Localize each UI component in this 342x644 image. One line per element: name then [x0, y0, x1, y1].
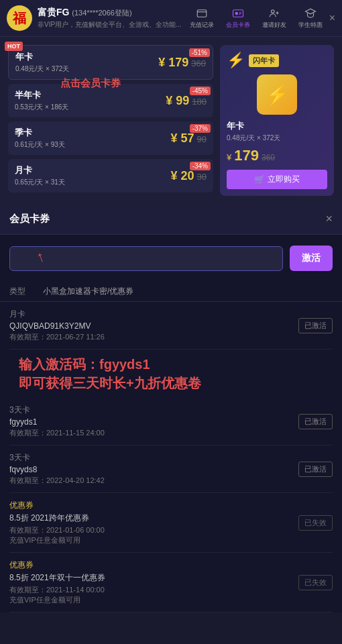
coupon-expire: 有效期至：2021-11-14 00:00: [9, 585, 298, 595]
hot-badge: HOT: [5, 42, 23, 51]
price-card-year[interactable]: HOT 年卡 0.48元/天 × 372天 ¥ 179 360 -51%: [8, 45, 213, 80]
card-sub-month: 0.65元/天 × 31天: [15, 178, 65, 187]
coupon-item: 优惠券 8.5折 2021年双十一优惠券 有效期至：2021-11-14 00:…: [9, 553, 333, 612]
user-info: 富贵FG (134****2066登陆) 非VIP用户，充值解锁全平台、全游戏、…: [38, 7, 190, 30]
member-close-button[interactable]: ×: [325, 212, 333, 226]
activate-row: 激活: [0, 235, 342, 282]
app-title: 富贵FG (134****2066登陆): [38, 7, 190, 19]
discount-month: -34%: [190, 162, 211, 170]
coupon-type-label: 3天卡: [9, 405, 298, 416]
app-logo: 福: [7, 5, 32, 31]
activate-code-input[interactable]: [9, 246, 283, 271]
discount-quarter: -37%: [190, 124, 211, 133]
svg-rect-0: [197, 9, 207, 17]
buy-now-button[interactable]: 🛒 立即购买: [227, 170, 327, 189]
card-old-price-year: 360: [191, 58, 206, 68]
coupon-status: 已激活: [298, 462, 333, 477]
coupon-item: 优惠券 8.5折 2021跨年优惠券 有效期至：2021-01-06 00:00…: [9, 493, 333, 553]
card-price-quarter: ¥ 57: [170, 131, 194, 146]
coupon-item: 3天卡 fqvyds8 有效期至：2022-04-20 12:42 已激活: [9, 445, 333, 493]
nav-icon-invite[interactable]: 邀请好友: [262, 7, 286, 30]
nav-icon-recharge[interactable]: 充值记录: [190, 7, 214, 30]
member-section: 会员卡券 × 激活 ↑ 类型 小黑盒加速器卡密/优惠券 月卡 QJIQVBAD9…: [0, 204, 342, 612]
coupon-status: 已失效: [298, 515, 333, 531]
coupon-status: 已激活: [298, 318, 333, 333]
top-icons: 充值记录 会员卡券 邀请好友 学生特惠: [190, 7, 323, 30]
coupon-code: fqvyds8: [9, 465, 298, 474]
coupon-expire: 有效期至：2021-11-15 24:00: [9, 428, 298, 438]
promo-badge: 闪年卡: [249, 54, 279, 67]
coupon-code: 8.5折 2021跨年优惠券: [9, 513, 298, 524]
coupon-expire: 有效期至：2021-01-06 00:00: [9, 525, 298, 535]
svg-rect-3: [239, 12, 241, 13]
nav-icon-membercard[interactable]: 会员卡券: [226, 7, 250, 30]
type-value: 小黑盒加速器卡密/优惠券: [43, 286, 133, 297]
coupon-code: QJIQVBAD91K3Y2MV: [9, 321, 298, 331]
coupon-expire: 有效期至：2022-04-20 12:42: [9, 476, 298, 486]
window-close-button[interactable]: ×: [329, 12, 335, 24]
svg-rect-4: [239, 13, 240, 14]
card-sub-halfyear: 0.53元/天 × 186天: [15, 103, 68, 112]
card-name-year: 年卡: [15, 51, 69, 63]
card-price-month: ¥ 20: [170, 169, 194, 183]
coupon-type-label: 3天卡: [9, 452, 298, 464]
svg-point-5: [271, 9, 274, 13]
card-name-halfyear: 半年卡: [15, 89, 68, 101]
coupon-type-label: 优惠券: [9, 500, 298, 511]
coupon-status: 已激活: [298, 414, 333, 429]
member-section-title: 会员卡券: [9, 213, 50, 225]
promo-price-old: 360: [262, 153, 275, 162]
coupon-extra: 充值VIP任意金额可用: [9, 595, 298, 605]
coupon-code: fgyyds1: [9, 417, 298, 427]
svg-point-2: [235, 11, 238, 15]
price-card-quarter[interactable]: 季卡 0.61元/天 × 93天 ¥ 57 90 -37%: [8, 121, 213, 155]
card-sub-quarter: 0.61元/天 × 93天: [15, 140, 65, 150]
coupon-item: 3天卡 fgyyds1 有效期至：2021-11-15 24:00 已激活: [9, 398, 333, 445]
promo-price-new: 179: [234, 147, 259, 164]
card-sub-year: 0.48元/天 × 372天: [15, 64, 69, 74]
coupon-type-label: 月卡: [9, 309, 298, 320]
card-old-price-quarter: 90: [197, 134, 207, 144]
coupon-code: 8.5折 2021年双十一优惠券: [9, 572, 298, 584]
promo-name: 年卡: [227, 120, 244, 132]
discount-halfyear: -45%: [190, 87, 211, 95]
discount-year: -51%: [189, 48, 210, 57]
big-annotation: 输入激活码：fgyyds1 即可获得三天时长+九折优惠卷: [9, 350, 333, 398]
type-label: 类型: [9, 286, 43, 297]
promo-sub: 0.48元/天 × 372天: [227, 133, 280, 143]
coupon-item: 月卡 QJIQVBAD91K3Y2MV 有效期至：2021-06-27 11:2…: [9, 302, 333, 350]
type-row: 类型 小黑盒加速器卡密/优惠券: [0, 282, 342, 302]
coupon-list: 月卡 QJIQVBAD91K3Y2MV 有效期至：2021-06-27 11:2…: [0, 302, 342, 612]
card-name-month: 月卡: [15, 164, 65, 176]
activate-button[interactable]: 激活: [290, 246, 333, 271]
member-header: 会员卡券 ×: [0, 204, 342, 235]
card-price-year: ¥ 179: [158, 56, 188, 70]
card-old-price-halfyear: 180: [192, 97, 207, 107]
coupon-type-label: 优惠券: [9, 559, 298, 571]
user-subtitle: 非VIP用户，充值解锁全平台、全游戏、全功能...: [38, 20, 190, 30]
pricing-section: 点击会员卡券 HOT 年卡 0.48元/天 × 372天 ¥ 179 360 -…: [0, 37, 342, 204]
promo-panel: ⚡ 闪年卡 ⚡ 年卡 0.48元/天 × 372天 ¥ 179 360 🛒 立即…: [220, 45, 334, 196]
coupon-status: 已失效: [298, 575, 333, 590]
buy-btn-label: 立即购买: [268, 174, 300, 185]
price-card-halfyear[interactable]: 半年卡 0.53元/天 × 186天 ¥ 99 180 -45%: [8, 84, 213, 117]
card-old-price-month: 30: [197, 172, 207, 182]
card-price-halfyear: ¥ 99: [166, 94, 189, 108]
coupon-extra: 充值VIP任意金额可用: [9, 535, 298, 545]
card-name-quarter: 季卡: [15, 127, 65, 139]
top-bar: 福 富贵FG (134****2066登陆) 非VIP用户，充值解锁全平台、全游…: [0, 0, 342, 37]
pricing-cards-list: HOT 年卡 0.48元/天 × 372天 ¥ 179 360 -51% 半年卡…: [8, 45, 213, 196]
price-card-month[interactable]: 月卡 0.65元/天 × 31天 ¥ 20 30 -34%: [8, 159, 213, 193]
coupon-expire: 有效期至：2021-06-27 11:26: [9, 332, 298, 342]
nav-icon-student[interactable]: 学生特惠: [298, 7, 323, 30]
